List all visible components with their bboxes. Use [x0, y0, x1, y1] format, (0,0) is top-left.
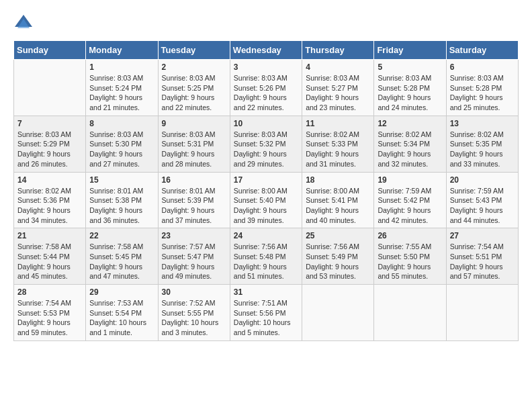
calendar-cell: 15Sunrise: 8:01 AM Sunset: 5:38 PM Dayli…	[86, 172, 158, 228]
day-header-monday: Monday	[86, 41, 158, 60]
day-info: Sunrise: 8:03 AM Sunset: 5:24 PM Dayligh…	[89, 73, 154, 113]
calendar-cell: 24Sunrise: 7:56 AM Sunset: 5:48 PM Dayli…	[230, 228, 302, 285]
day-number: 26	[378, 231, 442, 240]
day-number: 23	[162, 231, 226, 240]
day-info: Sunrise: 8:00 AM Sunset: 5:40 PM Dayligh…	[234, 186, 298, 226]
calendar-cell: 3Sunrise: 8:03 AM Sunset: 5:26 PM Daylig…	[230, 60, 302, 116]
day-number: 29	[89, 287, 154, 297]
calendar-cell: 19Sunrise: 7:59 AM Sunset: 5:42 PM Dayli…	[374, 172, 446, 228]
day-number: 27	[450, 231, 515, 240]
day-info: Sunrise: 8:03 AM Sunset: 5:26 PM Dayligh…	[234, 73, 298, 113]
day-info: Sunrise: 7:58 AM Sunset: 5:44 PM Dayligh…	[17, 242, 82, 281]
day-header-wednesday: Wednesday	[230, 41, 302, 60]
day-info: Sunrise: 7:53 AM Sunset: 5:54 PM Dayligh…	[89, 298, 154, 338]
day-number: 15	[89, 175, 154, 185]
day-number: 16	[162, 175, 226, 185]
day-info: Sunrise: 8:02 AM Sunset: 5:33 PM Dayligh…	[306, 130, 370, 169]
calendar-cell: 30Sunrise: 7:52 AM Sunset: 5:55 PM Dayli…	[158, 285, 230, 341]
day-info: Sunrise: 7:59 AM Sunset: 5:43 PM Dayligh…	[450, 186, 515, 226]
day-number: 3	[234, 62, 298, 72]
day-info: Sunrise: 8:01 AM Sunset: 5:38 PM Dayligh…	[89, 186, 154, 226]
calendar-cell: 11Sunrise: 8:02 AM Sunset: 5:33 PM Dayli…	[302, 116, 374, 172]
day-number: 28	[17, 287, 82, 297]
day-number: 8	[89, 119, 154, 128]
day-info: Sunrise: 8:02 AM Sunset: 5:34 PM Dayligh…	[378, 130, 442, 169]
page-header	[13, 13, 519, 34]
calendar-cell: 18Sunrise: 8:00 AM Sunset: 5:41 PM Dayli…	[302, 172, 374, 228]
day-number: 21	[17, 231, 82, 240]
calendar-cell: 23Sunrise: 7:57 AM Sunset: 5:47 PM Dayli…	[158, 228, 230, 285]
calendar-cell: 12Sunrise: 8:02 AM Sunset: 5:34 PM Dayli…	[374, 116, 446, 172]
day-number: 12	[378, 119, 442, 128]
day-number: 9	[162, 119, 226, 128]
calendar-cell: 13Sunrise: 8:02 AM Sunset: 5:35 PM Dayli…	[446, 116, 518, 172]
calendar-cell: 21Sunrise: 7:58 AM Sunset: 5:44 PM Dayli…	[14, 228, 86, 285]
day-number: 19	[378, 175, 442, 185]
day-info: Sunrise: 8:02 AM Sunset: 5:36 PM Dayligh…	[17, 186, 82, 226]
day-info: Sunrise: 8:03 AM Sunset: 5:28 PM Dayligh…	[378, 73, 442, 113]
day-header-tuesday: Tuesday	[158, 41, 230, 60]
day-number: 6	[450, 62, 515, 72]
day-number: 22	[89, 231, 154, 240]
day-info: Sunrise: 7:52 AM Sunset: 5:55 PM Dayligh…	[162, 298, 226, 338]
day-header-thursday: Thursday	[302, 41, 374, 60]
calendar-cell: 7Sunrise: 8:03 AM Sunset: 5:29 PM Daylig…	[14, 116, 86, 172]
day-info: Sunrise: 7:57 AM Sunset: 5:47 PM Dayligh…	[162, 242, 226, 281]
day-number: 14	[17, 175, 82, 185]
calendar-cell: 28Sunrise: 7:54 AM Sunset: 5:53 PM Dayli…	[14, 285, 86, 341]
calendar-cell: 14Sunrise: 8:02 AM Sunset: 5:36 PM Dayli…	[14, 172, 86, 228]
day-info: Sunrise: 7:56 AM Sunset: 5:49 PM Dayligh…	[306, 242, 370, 281]
day-number: 4	[306, 62, 370, 72]
calendar-cell	[302, 285, 374, 341]
day-info: Sunrise: 8:03 AM Sunset: 5:30 PM Dayligh…	[89, 130, 154, 169]
calendar-cell: 1Sunrise: 8:03 AM Sunset: 5:24 PM Daylig…	[86, 60, 158, 116]
week-row-0: 1Sunrise: 8:03 AM Sunset: 5:24 PM Daylig…	[14, 60, 519, 116]
calendar-cell: 26Sunrise: 7:55 AM Sunset: 5:50 PM Dayli…	[374, 228, 446, 285]
day-info: Sunrise: 8:03 AM Sunset: 5:31 PM Dayligh…	[162, 130, 226, 169]
day-number: 17	[234, 175, 298, 185]
day-number: 20	[450, 175, 515, 185]
calendar-cell: 27Sunrise: 7:54 AM Sunset: 5:51 PM Dayli…	[446, 228, 518, 285]
week-row-2: 14Sunrise: 8:02 AM Sunset: 5:36 PM Dayli…	[14, 172, 519, 228]
day-info: Sunrise: 8:03 AM Sunset: 5:25 PM Dayligh…	[162, 73, 226, 113]
week-row-4: 28Sunrise: 7:54 AM Sunset: 5:53 PM Dayli…	[14, 285, 519, 341]
logo-icon	[13, 13, 34, 34]
calendar-table: SundayMondayTuesdayWednesdayThursdayFrid…	[13, 40, 519, 341]
day-info: Sunrise: 7:54 AM Sunset: 5:53 PM Dayligh…	[17, 298, 82, 338]
day-info: Sunrise: 7:54 AM Sunset: 5:51 PM Dayligh…	[450, 242, 515, 281]
calendar-cell: 25Sunrise: 7:56 AM Sunset: 5:49 PM Dayli…	[302, 228, 374, 285]
calendar-cell: 16Sunrise: 8:01 AM Sunset: 5:39 PM Dayli…	[158, 172, 230, 228]
day-info: Sunrise: 8:02 AM Sunset: 5:35 PM Dayligh…	[450, 130, 515, 169]
calendar-cell: 10Sunrise: 8:03 AM Sunset: 5:32 PM Dayli…	[230, 116, 302, 172]
header-row: SundayMondayTuesdayWednesdayThursdayFrid…	[14, 41, 519, 60]
day-number: 31	[234, 287, 298, 297]
calendar-cell: 29Sunrise: 7:53 AM Sunset: 5:54 PM Dayli…	[86, 285, 158, 341]
day-info: Sunrise: 8:03 AM Sunset: 5:32 PM Dayligh…	[234, 130, 298, 169]
calendar-cell	[374, 285, 446, 341]
logo	[13, 13, 36, 34]
calendar-cell	[14, 60, 86, 116]
day-number: 2	[162, 62, 226, 72]
day-info: Sunrise: 7:58 AM Sunset: 5:45 PM Dayligh…	[89, 242, 154, 281]
day-number: 24	[234, 231, 298, 240]
week-row-3: 21Sunrise: 7:58 AM Sunset: 5:44 PM Dayli…	[14, 228, 519, 285]
day-number: 5	[378, 62, 442, 72]
calendar-cell: 2Sunrise: 8:03 AM Sunset: 5:25 PM Daylig…	[158, 60, 230, 116]
day-number: 30	[162, 287, 226, 297]
calendar-cell	[446, 285, 518, 341]
day-info: Sunrise: 7:51 AM Sunset: 5:56 PM Dayligh…	[234, 298, 298, 338]
day-number: 10	[234, 119, 298, 128]
day-number: 7	[17, 119, 82, 128]
day-info: Sunrise: 8:00 AM Sunset: 5:41 PM Dayligh…	[306, 186, 370, 226]
calendar-cell: 4Sunrise: 8:03 AM Sunset: 5:27 PM Daylig…	[302, 60, 374, 116]
calendar-cell: 8Sunrise: 8:03 AM Sunset: 5:30 PM Daylig…	[86, 116, 158, 172]
day-info: Sunrise: 8:03 AM Sunset: 5:27 PM Dayligh…	[306, 73, 370, 113]
day-info: Sunrise: 7:59 AM Sunset: 5:42 PM Dayligh…	[378, 186, 442, 226]
day-info: Sunrise: 8:01 AM Sunset: 5:39 PM Dayligh…	[162, 186, 226, 226]
calendar-cell: 6Sunrise: 8:03 AM Sunset: 5:28 PM Daylig…	[446, 60, 518, 116]
day-number: 13	[450, 119, 515, 128]
day-number: 11	[306, 119, 370, 128]
calendar-cell: 17Sunrise: 8:00 AM Sunset: 5:40 PM Dayli…	[230, 172, 302, 228]
day-info: Sunrise: 7:56 AM Sunset: 5:48 PM Dayligh…	[234, 242, 298, 281]
calendar-cell: 5Sunrise: 8:03 AM Sunset: 5:28 PM Daylig…	[374, 60, 446, 116]
